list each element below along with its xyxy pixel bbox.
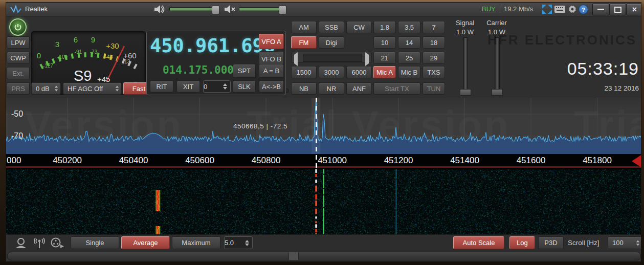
trace-single-button[interactable]: Single xyxy=(71,236,119,249)
mode-am-button[interactable]: AM xyxy=(291,21,317,33)
mode-ssb-button[interactable]: SSB xyxy=(319,21,344,33)
filter-6000-button[interactable]: 6000 xyxy=(346,66,372,78)
power-button[interactable] xyxy=(9,18,27,36)
nb-button[interactable]: NB xyxy=(291,82,317,95)
record-icon[interactable] xyxy=(50,237,64,249)
filter-scrollbar[interactable] xyxy=(291,52,372,63)
scroll-hz-label: Scroll [Hz] xyxy=(568,239,599,247)
volume-slider[interactable] xyxy=(169,7,218,11)
trace-average-button[interactable]: Average xyxy=(121,236,170,249)
smeter-dbm-73: -73 xyxy=(90,49,98,55)
volume-slider-knob[interactable] xyxy=(212,6,219,14)
scroll-hz-dropdown[interactable]: 100 xyxy=(608,236,641,249)
p3d-button[interactable]: P3D xyxy=(538,236,564,249)
signal-label: Signal xyxy=(452,19,478,27)
auto-scale-button[interactable]: Auto Scale xyxy=(453,236,504,249)
prs-button[interactable]: PRS xyxy=(7,82,30,95)
average-count-spinner[interactable]: 5.0 xyxy=(224,236,253,249)
spectrum-panadapter[interactable]: Trial Version Trial Version Trial Versio… xyxy=(6,98,641,154)
monitor-volume-slider[interactable] xyxy=(239,7,285,11)
desktop: Realtek BUY 19.2 Mb/s xyxy=(0,0,644,265)
nr-button[interactable]: NR xyxy=(319,82,344,95)
a-equals-b-button[interactable]: A = B xyxy=(259,64,284,78)
waterfall-display[interactable] xyxy=(6,169,641,234)
monitor-volume-slider-knob[interactable] xyxy=(279,6,286,14)
maximize-button[interactable] xyxy=(609,4,626,15)
vfo-b-frequency-display[interactable]: 014.175.000 xyxy=(153,63,234,77)
mode-fm-button[interactable]: FM xyxy=(291,36,317,49)
rit-offset-spinner[interactable]: 0 xyxy=(203,80,231,93)
a-swap-b-button[interactable]: A<->B xyxy=(259,80,284,93)
band-29-button[interactable]: 29 xyxy=(423,52,445,64)
average-count-spinner-arrows[interactable] xyxy=(245,240,249,246)
anf-button[interactable]: ANF xyxy=(346,82,372,95)
bitrate-indicator: 19.2 Mb/s xyxy=(504,5,533,13)
scale-red-line xyxy=(6,166,641,168)
rit-button[interactable]: RIT xyxy=(150,80,173,93)
keyboard-icon[interactable] xyxy=(554,6,565,13)
filter-scroll-thumb[interactable] xyxy=(303,54,362,62)
trial-watermark: Trial Version xyxy=(574,102,641,148)
band-25-button[interactable]: 25 xyxy=(398,52,420,64)
smeter-dbm-109: -109 xyxy=(57,54,68,60)
log-button[interactable]: Log xyxy=(509,236,535,249)
vfo-panel: 450.961.696 VFO A VFO B 014.175.000 SPT … xyxy=(146,31,286,95)
carrier-slider-knob[interactable] xyxy=(492,89,503,96)
vfo-a-frequency-display[interactable]: 450.961.696 xyxy=(150,34,256,58)
mode-cw-button[interactable]: CW xyxy=(346,21,372,33)
ext-button[interactable]: Ext. xyxy=(7,67,30,79)
minimize-button[interactable] xyxy=(592,4,609,15)
filter-scroll-left-arrow[interactable] xyxy=(294,55,298,64)
freq-tick-label: 451200 xyxy=(375,156,421,166)
filter-3000-button[interactable]: 3000 xyxy=(319,66,344,78)
volume-icon[interactable] xyxy=(154,5,166,14)
close-button[interactable]: × xyxy=(626,4,641,15)
agc-mode-dropdown[interactable]: HF AGC Off xyxy=(63,82,122,95)
vfo-a-button[interactable]: VFO A xyxy=(259,34,284,49)
band-14-button[interactable]: 14 xyxy=(398,36,420,49)
slk-button[interactable]: SLK xyxy=(233,80,256,93)
band-3-5-button[interactable]: 3.5 xyxy=(398,21,420,33)
filter-1500-button[interactable]: 1500 xyxy=(291,66,317,78)
signal-slider[interactable] xyxy=(463,37,468,96)
preamp-dropdown[interactable]: 0 dB xyxy=(31,82,61,95)
band-1-8-button[interactable]: 1.8 xyxy=(373,21,396,33)
start-tx-button[interactable]: Start TX xyxy=(373,82,420,95)
band-7-button[interactable]: 7 xyxy=(423,21,445,33)
spectrum-scrollbar-handle[interactable] xyxy=(288,252,299,260)
power-icon xyxy=(14,23,22,31)
title-bar[interactable]: Realtek BUY 19.2 Mb/s xyxy=(6,3,641,16)
headset-icon[interactable] xyxy=(14,237,28,249)
clock-date: 23 12 2016 xyxy=(604,84,639,92)
spt-button[interactable]: SPT xyxy=(233,64,256,78)
filter-scroll-right-arrow[interactable] xyxy=(365,55,369,64)
cwp-button[interactable]: CWP xyxy=(7,52,30,64)
band-21-button[interactable]: 21 xyxy=(373,52,396,64)
mic-a-button[interactable]: Mic A xyxy=(373,66,396,78)
tuning-cursor[interactable] xyxy=(316,98,317,168)
settings-gear-icon[interactable] xyxy=(568,5,577,14)
tun-button[interactable]: TUN xyxy=(423,82,445,95)
spectrum-scrollbar-track[interactable] xyxy=(7,252,641,260)
fullscreen-icon[interactable] xyxy=(542,5,552,14)
smeter-scale-30: +30 xyxy=(106,41,119,50)
trace-maximum-button[interactable]: Maximum xyxy=(172,236,220,249)
clock-time: 05:33:19 xyxy=(567,59,639,79)
buy-link[interactable]: BUY xyxy=(482,5,496,13)
xit-button[interactable]: XIT xyxy=(176,80,200,93)
band-18-button[interactable]: 18 xyxy=(423,36,445,49)
rit-offset-spinner-arrows[interactable] xyxy=(223,83,227,90)
preamp-dropdown-arrows xyxy=(54,85,58,92)
mode-digi-button[interactable]: Digi xyxy=(319,36,344,49)
mute-icon[interactable] xyxy=(224,5,236,14)
signal-slider-knob[interactable] xyxy=(460,89,471,96)
antenna-icon[interactable] xyxy=(33,237,46,249)
mic-b-button[interactable]: Mic B xyxy=(398,66,420,78)
lpw-button[interactable]: LPW xyxy=(7,36,30,49)
band-10-button[interactable]: 10 xyxy=(373,36,396,49)
scroll-hz-dropdown-arrows xyxy=(636,240,640,246)
frequency-scale[interactable]: 0004502004504004506004508004510004512004… xyxy=(6,154,641,169)
help-icon[interactable]: ? xyxy=(579,5,588,14)
freq-tick-label: 000 xyxy=(7,156,21,166)
txs-button[interactable]: TXS xyxy=(423,66,445,78)
